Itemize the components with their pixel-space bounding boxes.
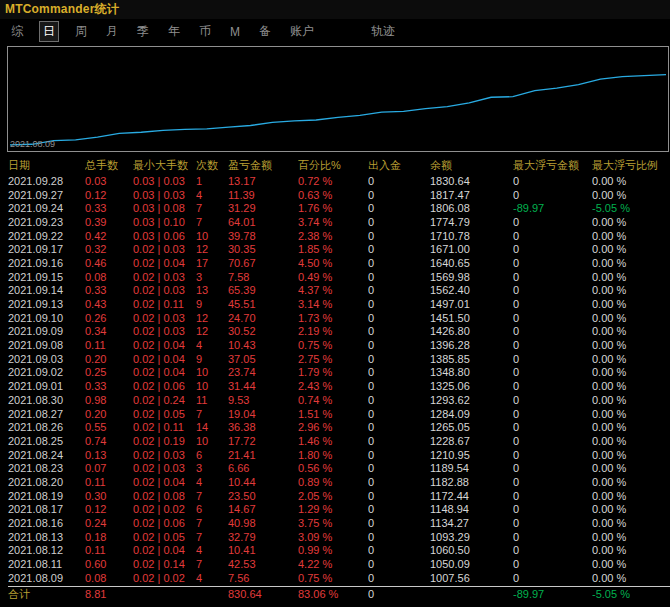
- table-footer-cell: -5.05 %: [592, 588, 670, 600]
- tab-币[interactable]: 币: [196, 22, 214, 41]
- table-row[interactable]: 2021.08.130.180.02 | 0.05732.793.09 %010…: [8, 530, 670, 544]
- tab-日[interactable]: 日: [39, 21, 59, 42]
- table-row[interactable]: 2021.09.090.340.02 | 0.031230.522.19 %01…: [8, 325, 670, 339]
- table-cell: 0: [513, 435, 592, 447]
- table-cell: 2021.09.08: [8, 339, 85, 351]
- table-cell: 0: [368, 572, 430, 584]
- table-row[interactable]: 2021.09.150.080.02 | 0.0337.580.49 %0156…: [8, 270, 670, 284]
- table-cell: 0.39: [85, 216, 133, 228]
- table-cell: 1093.29: [430, 531, 513, 543]
- table-cell: 0.02 | 0.03: [133, 449, 196, 461]
- table-cell: 1671.00: [430, 243, 513, 255]
- table-row[interactable]: 2021.08.190.300.02 | 0.08723.502.05 %011…: [8, 489, 670, 503]
- table-cell: 0.02 | 0.05: [133, 408, 196, 420]
- table-cell: 0: [368, 257, 430, 269]
- table-row[interactable]: 2021.09.080.110.02 | 0.04410.430.75 %013…: [8, 338, 670, 352]
- table-row[interactable]: 2021.09.280.030.03 | 0.03113.170.72 %018…: [8, 174, 670, 188]
- table-cell: 2021.09.14: [8, 284, 85, 296]
- table-row[interactable]: 2021.09.160.460.02 | 0.041770.674.50 %01…: [8, 256, 670, 270]
- table-cell: 0.30: [85, 490, 133, 502]
- table-cell: 0.03 | 0.03: [133, 175, 196, 187]
- table-cell: 0: [513, 544, 592, 556]
- table-row[interactable]: 2021.08.110.600.02 | 0.14742.534.22 %010…: [8, 557, 670, 571]
- tab-综[interactable]: 综: [8, 22, 26, 41]
- table-cell: 2021.08.20: [8, 476, 85, 488]
- tab-账户[interactable]: 账户: [287, 22, 317, 41]
- table-cell: 0: [368, 531, 430, 543]
- table-cell: 2021.08.19: [8, 490, 85, 502]
- table-row[interactable]: 2021.08.240.130.02 | 0.03621.411.80 %012…: [8, 448, 670, 462]
- table-cell: 2021.08.30: [8, 394, 85, 406]
- table-cell: 2021.09.24: [8, 202, 85, 214]
- table-row[interactable]: 2021.08.230.070.02 | 0.0336.660.56 %0118…: [8, 461, 670, 475]
- table-body: 2021.09.280.030.03 | 0.03113.170.72 %018…: [8, 174, 670, 585]
- table-cell: 0.33: [85, 202, 133, 214]
- table-cell: 0: [368, 230, 430, 242]
- table-cell: 0: [513, 216, 592, 228]
- table-cell: 1451.50: [430, 312, 513, 324]
- tab-季[interactable]: 季: [134, 22, 152, 41]
- table-cell: 0.00 %: [592, 435, 670, 447]
- table-cell: 0: [368, 449, 430, 461]
- table-row[interactable]: 2021.09.240.330.03 | 0.08731.291.76 %018…: [8, 201, 670, 215]
- tab-月[interactable]: 月: [103, 22, 121, 41]
- table-cell: 39.78: [228, 230, 298, 242]
- table-row[interactable]: 2021.09.130.430.02 | 0.11945.513.14 %014…: [8, 297, 670, 311]
- table-cell: 0.00 %: [592, 572, 670, 584]
- table-cell: 0.26: [85, 312, 133, 324]
- table-row[interactable]: 2021.09.010.330.02 | 0.061031.442.43 %01…: [8, 379, 670, 393]
- table-cell: 10: [196, 366, 228, 378]
- table-row[interactable]: 2021.09.030.200.02 | 0.04937.052.75 %013…: [8, 352, 670, 366]
- table-cell: 0.03 | 0.08: [133, 202, 196, 214]
- table-row[interactable]: 2021.08.170.120.02 | 0.02614.671.29 %011…: [8, 503, 670, 517]
- table-cell: 0.74 %: [298, 394, 368, 406]
- table-cell: 0: [513, 408, 592, 420]
- table-cell: 2021.09.10: [8, 312, 85, 324]
- table-row[interactable]: 2021.09.220.420.03 | 0.061039.782.38 %01…: [8, 229, 670, 243]
- table-row[interactable]: 2021.08.250.740.02 | 0.191017.721.46 %01…: [8, 434, 670, 448]
- table-footer-cell: 8.81: [85, 588, 133, 600]
- table-cell: 12: [196, 325, 228, 337]
- table-cell: 10.44: [228, 476, 298, 488]
- table-cell: 0: [513, 449, 592, 461]
- table-cell: 0.02 | 0.04: [133, 366, 196, 378]
- title-bar: MTCommander统计: [0, 0, 670, 19]
- table-cell: 0.00 %: [592, 271, 670, 283]
- table-cell: 0.00 %: [592, 175, 670, 187]
- table-cell: 0.03: [85, 175, 133, 187]
- tab-备[interactable]: 备: [256, 22, 274, 41]
- table-cell: 2021.09.23: [8, 216, 85, 228]
- table-row[interactable]: 2021.09.230.390.03 | 0.10764.013.74 %017…: [8, 215, 670, 229]
- table-cell: 0: [513, 366, 592, 378]
- table-row[interactable]: 2021.09.100.260.02 | 0.031224.701.73 %01…: [8, 311, 670, 325]
- table-row[interactable]: 2021.08.260.550.02 | 0.111436.382.96 %01…: [8, 420, 670, 434]
- tab-轨迹[interactable]: 轨迹: [368, 22, 398, 41]
- table-cell: 0.89 %: [298, 476, 368, 488]
- tab-周[interactable]: 周: [72, 22, 90, 41]
- tab-M[interactable]: M: [227, 24, 243, 40]
- table-cell: 1060.50: [430, 544, 513, 556]
- table-cell: 13.17: [228, 175, 298, 187]
- table-row[interactable]: 2021.08.160.240.02 | 0.06740.983.75 %011…: [8, 516, 670, 530]
- table-row[interactable]: 2021.08.090.080.02 | 0.0247.560.75 %0100…: [8, 571, 670, 585]
- table-row[interactable]: 2021.09.140.330.02 | 0.031365.394.37 %01…: [8, 284, 670, 298]
- table-header: 日期总手数最小大手数次数盈亏金额百分比%出入金余额最大浮亏金额最大浮亏比例: [8, 157, 670, 174]
- table-cell: 0: [513, 503, 592, 515]
- table-cell: 2.19 %: [298, 325, 368, 337]
- table-cell: 0.56 %: [298, 462, 368, 474]
- tab-年[interactable]: 年: [165, 22, 183, 41]
- table-cell: 0: [513, 230, 592, 242]
- table-row[interactable]: 2021.09.270.120.03 | 0.03411.390.63 %018…: [8, 188, 670, 202]
- table-row[interactable]: 2021.08.120.110.02 | 0.04410.410.99 %010…: [8, 544, 670, 558]
- table-cell: 0.11: [85, 544, 133, 556]
- table-cell: 0.00 %: [592, 230, 670, 242]
- table-cell: 1293.62: [430, 394, 513, 406]
- table-row[interactable]: 2021.09.170.320.02 | 0.031230.351.85 %01…: [8, 242, 670, 256]
- column-header: 最小大手数: [133, 158, 196, 173]
- table-cell: 17: [196, 257, 228, 269]
- table-row[interactable]: 2021.08.200.110.02 | 0.04410.440.89 %011…: [8, 475, 670, 489]
- table-row[interactable]: 2021.08.300.980.02 | 0.24119.530.74 %012…: [8, 393, 670, 407]
- table-cell: 0.03 | 0.06: [133, 230, 196, 242]
- table-row[interactable]: 2021.08.270.200.02 | 0.05719.041.51 %012…: [8, 407, 670, 421]
- table-row[interactable]: 2021.09.020.250.02 | 0.041023.741.79 %01…: [8, 366, 670, 380]
